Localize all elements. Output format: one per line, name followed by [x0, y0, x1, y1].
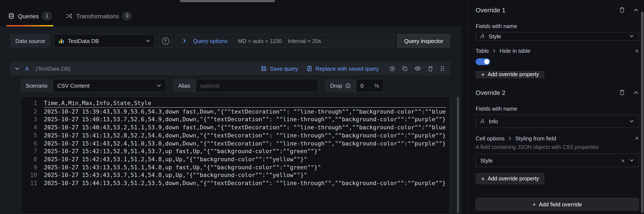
info-circle-icon	[345, 83, 350, 88]
plus-icon: +	[481, 72, 484, 78]
query-toolbar: Data source TestData DB ?	[10, 34, 450, 48]
csv-line: 2025-10-27 15:43:43,53.7,51.4,54.8,up,Up…	[21, 171, 446, 179]
scenario-row: Scenario CSV Content Alias	[20, 79, 450, 92]
collapse-override-chevron-up-icon[interactable]	[633, 90, 639, 95]
override2-title: Override 2	[476, 89, 619, 96]
record-circle-icon[interactable]	[389, 65, 396, 72]
override1-field-name-value: Style	[489, 33, 501, 40]
select-actions: ×	[621, 157, 634, 164]
scenario-value: CSV Content	[57, 82, 90, 89]
collapse-override-chevron-up-icon[interactable]	[633, 7, 639, 12]
csv-line: 2025-10-27 15:40:43,53.2,51.1,53.9,down …	[21, 123, 446, 131]
tab-transformations-count-badge: 0	[122, 12, 132, 20]
delete-override-trash-icon[interactable]	[619, 6, 625, 13]
override2-property-row: Cell options Styling from field ×	[476, 135, 639, 142]
override2-header-actions	[619, 89, 639, 96]
csv-line: Time,A,Min,Max,Info,State,Style	[21, 99, 446, 107]
styling-field-select[interactable]: Style ×	[476, 154, 639, 167]
field-overrides-pane: Override 1 Fields with name A Style Tabl…	[467, 0, 644, 214]
drop-percent-input[interactable]: 0 %	[356, 79, 384, 92]
panel-editor: Queries 1 Transformations 0 Data source	[0, 0, 644, 214]
override2-field-name-value: Info	[489, 118, 498, 124]
panel-vertical-scrollbar[interactable]	[457, 97, 459, 213]
field-matcher-icon: A	[480, 118, 485, 125]
chevron-down-icon	[157, 83, 162, 88]
tab-queries[interactable]: Queries 1	[6, 12, 54, 26]
clear-selection-icon[interactable]: ×	[621, 157, 625, 164]
query-editor-region: Queries 1 Transformations 0 Data source	[0, 0, 467, 214]
query-options-label: Query options	[193, 38, 228, 44]
query-ref-id[interactable]: A	[25, 65, 29, 72]
collapse-chevron-icon[interactable]	[14, 66, 20, 71]
alias-label: Alias	[173, 79, 196, 92]
query-editor-body: Scenario CSV Content Alias	[10, 79, 450, 214]
csv-line: 2025-10-27 15:42:13,52.9,51.4,53.7,up fa…	[21, 147, 446, 155]
percent-suffix: %	[374, 82, 379, 89]
drop-label-text: Drop	[330, 82, 342, 89]
datasource-picker[interactable]: TestData DB	[54, 34, 155, 48]
hide-in-table-toggle[interactable]	[476, 58, 490, 65]
plus-icon: +	[481, 176, 484, 182]
override2-section: Override 2 Fields with name A Info	[476, 86, 639, 184]
query-datasource-hint: (TestData DB)	[36, 65, 70, 72]
override2-matcher-label: Fields with name	[476, 106, 639, 112]
tab-queries-label: Queries	[18, 12, 39, 19]
query-options-collapse[interactable]: Query options MD = auto = 1150 Interval …	[176, 34, 394, 48]
csv-line: 2025-10-27 15:41:43,52.4,51.0,53.0,down,…	[21, 139, 446, 147]
tab-queries-count-badge: 1	[42, 12, 52, 20]
shuffle-icon	[66, 13, 73, 19]
drop-group: Drop 0 %	[325, 79, 384, 92]
add-field-override-label: Add field override	[539, 201, 582, 208]
clipboard-icon	[306, 66, 312, 72]
datasource-help-button[interactable]: ?	[158, 34, 172, 48]
property-category: Table	[476, 48, 489, 54]
page-vertical-scrollbar[interactable]	[641, 11, 644, 213]
override1-header: Override 1	[476, 3, 639, 16]
override1-title: Override 1	[476, 6, 619, 13]
csv-content-editor[interactable]: Time,A,Min,Max,Info,State,Style 2025-10-…	[20, 97, 450, 214]
csv-line: 2025-10-27 15:39:43,53.9,53.6,54.3,down …	[21, 107, 446, 115]
save-query-label: Save query	[270, 65, 298, 72]
remove-property-close-icon[interactable]: ×	[635, 135, 639, 142]
query-inspector-button[interactable]: Query inspector	[397, 34, 450, 48]
query-header-actions: Save query Replace with saved query	[261, 65, 445, 72]
chevron-right-icon	[182, 38, 187, 43]
drag-handle-icon[interactable]	[440, 66, 445, 72]
override1-property-row: Table Hide in table ×	[476, 48, 639, 54]
datasource-label: Data source	[10, 34, 50, 48]
chevron-right-icon	[508, 136, 512, 141]
horizontal-scrollbar-thumb[interactable]	[180, 0, 275, 2]
tab-transformations[interactable]: Transformations 0	[64, 12, 134, 26]
override2-header: Override 2	[476, 86, 639, 99]
delete-override-trash-icon[interactable]	[619, 89, 625, 96]
tab-transformations-label: Transformations	[76, 12, 119, 19]
override2-field-name-select[interactable]: A Info	[476, 114, 639, 128]
scenario-select[interactable]: CSV Content	[53, 79, 166, 92]
override2-add-property-button[interactable]: + Add override property	[476, 173, 544, 184]
hide-response-eye-icon[interactable]	[414, 65, 421, 72]
duplicate-query-icon[interactable]	[402, 66, 408, 72]
drop-label: Drop	[325, 79, 356, 92]
csv-line: 2025-10-27 15:40:13,53.7,52.6,54.9,down,…	[21, 115, 446, 123]
override1-header-actions	[619, 6, 639, 13]
remove-query-trash-icon[interactable]	[428, 65, 434, 72]
scenario-label: Scenario	[20, 79, 53, 92]
override1-field-name-select[interactable]: A Style	[476, 32, 639, 41]
database-icon	[8, 13, 14, 19]
property-name: Hide in table	[500, 48, 530, 54]
styling-field-value: Style	[480, 157, 493, 164]
chevron-down-icon	[145, 38, 150, 43]
replace-with-saved-query-button[interactable]: Replace with saved query	[306, 65, 379, 72]
add-property-label: Add override property	[488, 72, 539, 78]
alias-input[interactable]	[196, 79, 318, 92]
remove-property-close-icon[interactable]: ×	[635, 48, 639, 54]
interval-summary: Interval = 20s	[288, 38, 321, 44]
field-matcher-icon: A	[480, 33, 485, 40]
save-query-button[interactable]: Save query	[261, 65, 298, 72]
alias-group: Alias	[173, 79, 318, 92]
csv-line: 2025-10-27 15:43:13,53.5,51.1,54.8,up fa…	[21, 163, 446, 171]
csv-line: 2025-10-27 15:41:13,52.8,52.2,54.6,down,…	[21, 131, 446, 139]
override1-add-property-button[interactable]: + Add override property	[476, 71, 544, 78]
chevron-down-icon	[629, 119, 634, 124]
add-field-override-button[interactable]: + Add field override	[476, 198, 639, 211]
